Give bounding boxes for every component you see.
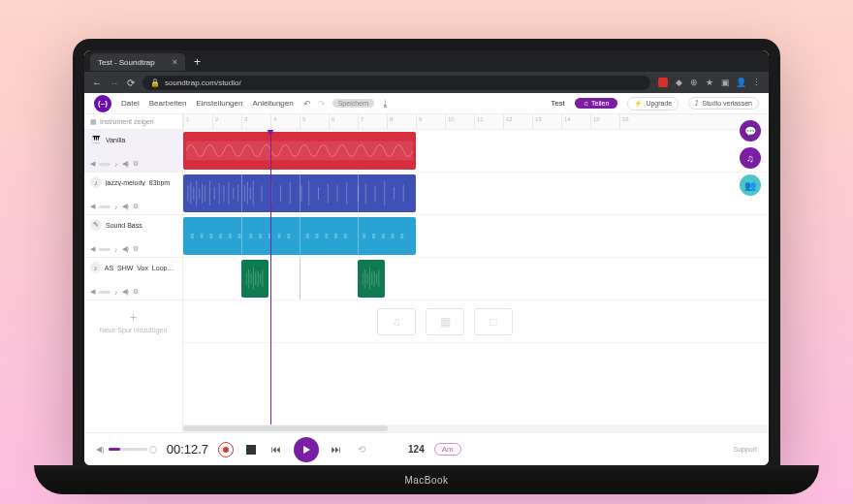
volume-slider[interactable]: [99, 205, 111, 208]
grid-hint-icon[interactable]: □: [474, 308, 513, 335]
track-row[interactable]: ✎ Sound Bass ◀ ♪ ◀) ⚙: [84, 215, 182, 258]
headphone-icon[interactable]: ♪: [114, 246, 118, 253]
extension-icon[interactable]: [658, 78, 668, 87]
track-row[interactable]: ♪ AS_SHW_Vox_Loop_02... ◀ ♪ ◀) ⚙: [84, 258, 182, 300]
volume-slider[interactable]: [99, 248, 111, 251]
loop-hint-icon[interactable]: ♫: [377, 308, 416, 335]
fx-icon[interactable]: ⚙: [133, 160, 139, 168]
key-display[interactable]: Am: [434, 443, 461, 456]
stop-button[interactable]: [243, 442, 259, 457]
time-display[interactable]: 00:12.7: [167, 442, 208, 457]
audio-clip[interactable]: [183, 217, 416, 255]
audio-clip[interactable]: [183, 132, 416, 170]
headphone-icon[interactable]: ♪: [114, 289, 118, 296]
chat-button[interactable]: 💬: [740, 120, 761, 142]
headphone-icon[interactable]: ♪: [114, 161, 118, 168]
audio-clip[interactable]: [183, 174, 416, 212]
mute-icon[interactable]: ◀: [90, 203, 95, 210]
rewind-button[interactable]: ⏮: [269, 442, 284, 457]
bpm-display[interactable]: 124: [408, 444, 425, 455]
record-button[interactable]: [218, 442, 234, 457]
svg-rect-48: [325, 234, 328, 238]
menu-edit[interactable]: Bearbeiten: [149, 99, 187, 108]
svg-rect-49: [334, 234, 337, 238]
mute-icon[interactable]: ◀: [90, 245, 95, 253]
master-volume[interactable]: ◀): [96, 445, 157, 454]
menu-tutorials[interactable]: Anleitungen: [252, 99, 293, 108]
ruler-tick: 3: [241, 114, 247, 129]
ruler-tick: 10: [445, 114, 455, 129]
timeline-ruler[interactable]: 12345678910111213141516: [183, 114, 769, 130]
ruler-tick: 2: [212, 114, 218, 129]
project-title[interactable]: Test: [551, 99, 565, 108]
playhead[interactable]: [270, 130, 271, 425]
forward-icon[interactable]: →: [110, 78, 119, 88]
lock-icon: 🔒: [150, 79, 160, 87]
headphone-icon[interactable]: ♪: [114, 204, 118, 210]
back-icon[interactable]: ←: [92, 78, 102, 88]
ruler-tick: 4: [270, 114, 276, 129]
fx-icon[interactable]: ⚙: [133, 203, 139, 210]
fx-icon[interactable]: ⚙: [133, 288, 139, 296]
extension-icon[interactable]: ◆: [674, 78, 683, 87]
address-bar[interactable]: 🔒 soundtrap.com/studio/: [142, 76, 650, 90]
new-tab-button[interactable]: +: [189, 55, 205, 69]
horizontal-scrollbar[interactable]: [183, 425, 769, 432]
svg-rect-50: [344, 234, 347, 238]
share-button[interactable]: ♫ Teilen: [575, 98, 618, 109]
ruler-tick: 6: [329, 114, 334, 129]
download-icon[interactable]: ⭳: [381, 99, 390, 109]
track-instrument-icon: ✎: [90, 219, 102, 231]
collab-button[interactable]: 👥: [740, 174, 761, 196]
app-logo[interactable]: (–): [94, 95, 111, 112]
mute-icon[interactable]: ◀: [90, 160, 95, 168]
track-name: jazzy-melody_83bpm: [106, 179, 170, 186]
add-track-button[interactable]: + Neue Spur hinzufügen: [84, 300, 182, 343]
support-link[interactable]: Support: [733, 446, 757, 453]
reload-icon[interactable]: ⟳: [127, 78, 135, 88]
undo-icon[interactable]: ↶: [303, 99, 311, 109]
timeline-lanes[interactable]: ♫ ▦ □: [183, 130, 769, 425]
svg-rect-36: [201, 234, 204, 238]
track-row[interactable]: ♪ jazzy-melody_83bpm ◀ ♪ ◀) ⚙: [84, 173, 182, 215]
speaker-icon[interactable]: ◀): [122, 160, 129, 168]
extension-icon[interactable]: ⊕: [689, 78, 699, 87]
fx-icon[interactable]: ⚙: [133, 245, 139, 253]
track-row[interactable]: 🎹 Vanilla ◀ ♪ ◀) ⚙: [84, 130, 182, 173]
track-panel-header[interactable]: ▦ Instrument zeigen: [84, 114, 182, 130]
ruler-tick: 9: [416, 114, 422, 129]
browser-tab[interactable]: Test - Soundtrap ×: [90, 53, 185, 71]
speaker-icon[interactable]: ◀): [122, 245, 129, 253]
svg-rect-42: [259, 234, 262, 238]
menu-file[interactable]: Datei: [121, 99, 140, 108]
save-button[interactable]: Speichern: [332, 99, 375, 108]
svg-rect-45: [287, 234, 290, 238]
mute-icon[interactable]: ◀: [90, 288, 95, 296]
loops-button[interactable]: ♫: [740, 147, 761, 169]
volume-slider[interactable]: [99, 163, 111, 166]
menu-icon[interactable]: ⋮: [751, 78, 761, 87]
volume-slider[interactable]: [99, 291, 111, 294]
redo-icon[interactable]: ↷: [318, 99, 326, 109]
extension-icon[interactable]: ▣: [720, 78, 730, 87]
forward-button[interactable]: ⏭: [329, 442, 344, 457]
pattern-hint-icon[interactable]: ▦: [426, 308, 464, 335]
svg-rect-41: [249, 234, 252, 238]
speaker-icon[interactable]: ◀): [122, 288, 129, 296]
exit-studio-button[interactable]: ⤴ Studio verlassen: [688, 97, 759, 110]
ruler-tick: 5: [300, 114, 305, 129]
tab-close-icon[interactable]: ×: [173, 57, 177, 67]
track-instrument-icon: ♪: [90, 176, 102, 188]
ruler-tick: 1: [183, 114, 189, 129]
upgrade-button[interactable]: ⚡ Upgrade: [627, 97, 679, 110]
audio-clip[interactable]: [241, 260, 269, 298]
audio-clip[interactable]: [358, 260, 385, 298]
loop-button[interactable]: ⟲: [354, 442, 369, 457]
speaker-icon[interactable]: ◀): [122, 203, 129, 210]
ruler-tick: 14: [561, 114, 571, 129]
extension-icon[interactable]: ★: [705, 78, 714, 87]
play-button[interactable]: [294, 437, 319, 462]
ruler-tick: 13: [532, 114, 542, 129]
profile-icon[interactable]: 👤: [736, 78, 745, 87]
menu-settings[interactable]: Einstellungen: [196, 99, 242, 108]
